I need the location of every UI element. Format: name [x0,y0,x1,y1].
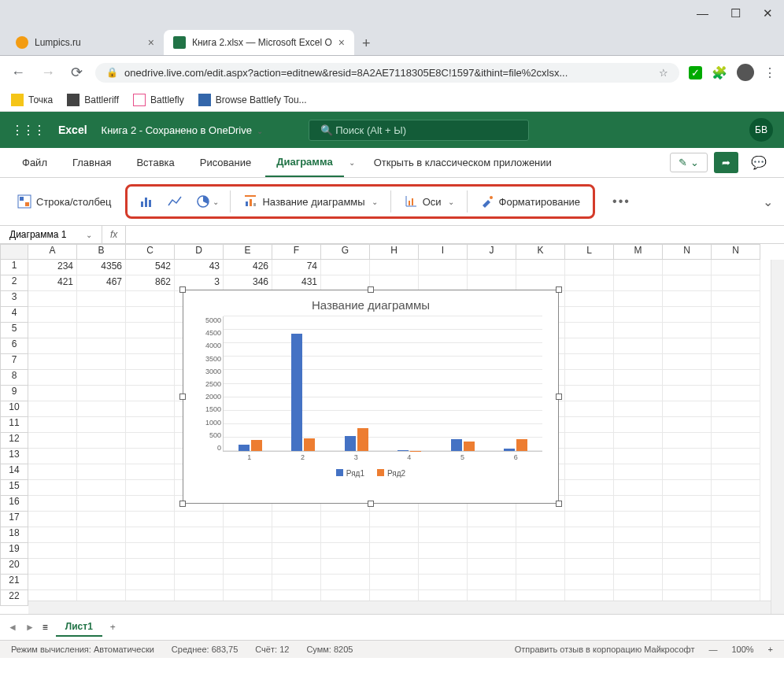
column-header[interactable]: F [272,244,321,260]
user-avatar[interactable]: БВ [749,118,773,142]
cell[interactable] [321,575,370,590]
chart-title[interactable]: Название диаграммы [183,290,558,316]
cell[interactable] [663,370,712,386]
forward-button[interactable]: → [38,61,58,84]
chart-title-button[interactable]: Название диаграммы⌄ [237,190,383,213]
close-button[interactable]: ✕ [763,6,773,20]
bar-chart-button[interactable] [134,190,159,213]
cell[interactable] [663,433,712,449]
cell[interactable] [712,559,760,575]
cell[interactable] [126,512,175,527]
cell[interactable] [419,260,468,275]
cell[interactable] [126,559,175,575]
tab-close-icon[interactable]: × [148,36,154,49]
row-header[interactable]: 14 [0,464,28,480]
cell[interactable] [126,449,175,464]
chart-legend[interactable]: Ряд1Ряд2 [183,466,558,481]
cell[interactable] [565,401,614,417]
cell[interactable] [614,323,663,338]
tab-file[interactable]: Файл [11,149,58,176]
cell[interactable] [77,480,126,496]
cell[interactable] [419,575,468,590]
cell[interactable] [126,543,175,559]
column-header[interactable]: M [614,244,663,260]
spreadsheet-grid[interactable]: ABCDEFGHIJKLMNN 123456789101112131415161… [0,244,784,614]
bookmark-item[interactable]: Battleriff [67,94,119,106]
minimize-button[interactable]: ― [697,6,708,20]
cell[interactable] [28,480,77,496]
cell[interactable] [77,496,126,512]
cell[interactable]: 234 [28,260,77,275]
column-header[interactable]: J [468,244,516,260]
cell[interactable] [28,543,77,559]
column-header[interactable]: N [712,244,760,260]
cell[interactable] [663,417,712,433]
cell[interactable] [712,338,760,354]
cell[interactable] [614,370,663,386]
cell[interactable] [224,575,272,590]
cell[interactable] [77,433,126,449]
cell[interactable] [712,449,760,464]
cell[interactable] [272,543,321,559]
cell[interactable] [126,291,175,307]
cell[interactable] [565,480,614,496]
back-button[interactable]: ← [8,61,28,84]
extensions-icon[interactable]: 🧩 [712,65,727,80]
cell[interactable] [126,354,175,370]
cell[interactable] [77,354,126,370]
row-header[interactable]: 3 [0,291,28,307]
cell[interactable]: 862 [126,275,175,291]
cell[interactable] [321,260,370,275]
cell[interactable] [28,338,77,354]
url-input[interactable]: 🔒 onedrive.live.com/edit.aspx?action=edi… [95,63,679,83]
cell[interactable] [28,575,77,590]
cell[interactable] [614,338,663,354]
cell[interactable] [175,543,224,559]
cell[interactable] [712,417,760,433]
cell[interactable] [663,543,712,559]
cell[interactable]: 346 [224,275,272,291]
cell[interactable] [77,527,126,543]
cell[interactable] [419,543,468,559]
cell[interactable]: 43 [175,260,224,275]
cell[interactable] [614,543,663,559]
cell[interactable] [663,338,712,354]
column-header[interactable]: G [321,244,370,260]
cell[interactable] [370,575,419,590]
cell[interactable] [565,543,614,559]
cell[interactable] [370,260,419,275]
menu-icon[interactable]: ⋮ [764,65,776,80]
browser-tab-excel[interactable]: Книга 2.xlsx — Microsoft Excel O × [164,30,354,55]
row-header[interactable]: 4 [0,307,28,323]
cell[interactable] [565,386,614,401]
ribbon-overflow[interactable]: ••• [612,194,631,209]
column-header[interactable]: N [663,244,712,260]
cell[interactable] [712,543,760,559]
cell[interactable] [663,291,712,307]
row-header[interactable]: 10 [0,401,28,417]
column-header[interactable]: I [419,244,468,260]
cell[interactable] [321,543,370,559]
cell[interactable] [77,512,126,527]
tab-insert[interactable]: Вставка [125,149,185,176]
row-header[interactable]: 5 [0,323,28,338]
tab-close-icon[interactable]: × [338,36,345,49]
cell[interactable]: 4356 [77,260,126,275]
cell[interactable]: 421 [28,275,77,291]
cell[interactable] [419,512,468,527]
formatting-button[interactable]: Форматирование [474,190,587,213]
cell[interactable] [663,260,712,275]
cell[interactable] [663,307,712,323]
cell[interactable] [565,323,614,338]
cell[interactable] [614,433,663,449]
zoom-in[interactable]: + [768,645,773,654]
cell[interactable] [614,260,663,275]
cell[interactable] [370,543,419,559]
cell[interactable] [370,527,419,543]
cell[interactable] [614,291,663,307]
cell[interactable] [224,512,272,527]
chart-object[interactable]: Название диаграммы 500045004000350030002… [183,290,559,504]
column-header[interactable]: H [370,244,419,260]
bookmark-item[interactable]: Точка [11,94,53,106]
cell[interactable] [712,401,760,417]
